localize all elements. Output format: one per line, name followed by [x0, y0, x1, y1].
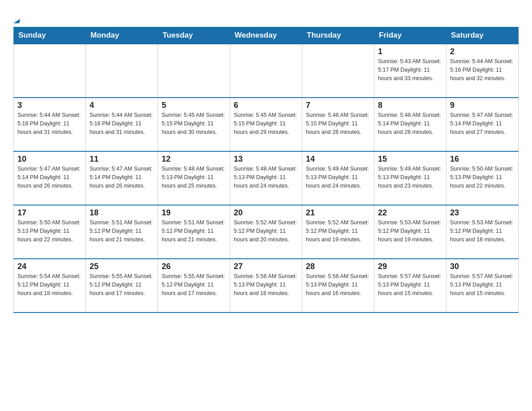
calendar-cell: 25Sunrise: 5:55 AM Sunset: 5:12 PM Dayli…	[86, 259, 158, 313]
day-info: Sunrise: 5:44 AM Sunset: 5:16 PM Dayligh…	[90, 111, 154, 136]
day-number: 19	[162, 208, 226, 218]
calendar-table: SundayMondayTuesdayWednesdayThursdayFrid…	[13, 27, 519, 313]
day-info: Sunrise: 5:55 AM Sunset: 5:12 PM Dayligh…	[162, 272, 226, 297]
day-info: Sunrise: 5:47 AM Sunset: 5:14 PM Dayligh…	[90, 165, 154, 190]
day-number: 11	[90, 154, 154, 164]
calendar-week-row: 10Sunrise: 5:47 AM Sunset: 5:14 PM Dayli…	[14, 151, 519, 205]
calendar-cell: 27Sunrise: 5:56 AM Sunset: 5:13 PM Dayli…	[230, 259, 302, 313]
day-number: 20	[234, 208, 298, 218]
day-number: 10	[17, 154, 82, 164]
calendar-cell: 18Sunrise: 5:51 AM Sunset: 5:12 PM Dayli…	[86, 205, 158, 259]
calendar-cell: 17Sunrise: 5:50 AM Sunset: 5:13 PM Dayli…	[14, 205, 86, 259]
calendar-cell: 11Sunrise: 5:47 AM Sunset: 5:14 PM Dayli…	[86, 151, 158, 205]
day-info: Sunrise: 5:56 AM Sunset: 5:13 PM Dayligh…	[306, 272, 370, 297]
day-info: Sunrise: 5:57 AM Sunset: 5:13 PM Dayligh…	[450, 272, 515, 297]
calendar-cell: 10Sunrise: 5:47 AM Sunset: 5:14 PM Dayli…	[14, 151, 86, 205]
day-number: 1	[378, 47, 442, 56]
day-number: 6	[234, 101, 298, 110]
day-info: Sunrise: 5:53 AM Sunset: 5:12 PM Dayligh…	[450, 218, 515, 244]
day-info: Sunrise: 5:49 AM Sunset: 5:13 PM Dayligh…	[306, 165, 370, 190]
day-number: 21	[306, 208, 370, 218]
calendar-cell: 2Sunrise: 5:44 AM Sunset: 5:16 PM Daylig…	[446, 44, 519, 98]
day-info: Sunrise: 5:45 AM Sunset: 5:15 PM Dayligh…	[234, 111, 298, 136]
day-info: Sunrise: 5:44 AM Sunset: 5:16 PM Dayligh…	[450, 57, 515, 82]
day-number: 24	[17, 262, 82, 271]
day-number: 16	[450, 154, 515, 164]
day-number: 13	[234, 154, 298, 164]
calendar-cell	[230, 44, 302, 98]
weekday-header-sunday: Sunday	[14, 27, 86, 44]
logo-arrow-icon	[13, 14, 21, 23]
calendar-week-row: 24Sunrise: 5:54 AM Sunset: 5:12 PM Dayli…	[14, 259, 519, 313]
calendar-week-row: 1Sunrise: 5:43 AM Sunset: 5:17 PM Daylig…	[14, 44, 519, 98]
calendar-cell: 16Sunrise: 5:50 AM Sunset: 5:13 PM Dayli…	[446, 151, 519, 205]
day-number: 30	[450, 262, 515, 271]
day-number: 8	[378, 101, 442, 110]
day-info: Sunrise: 5:52 AM Sunset: 5:12 PM Dayligh…	[306, 218, 370, 244]
day-info: Sunrise: 5:56 AM Sunset: 5:13 PM Dayligh…	[234, 272, 298, 297]
weekday-header-monday: Monday	[86, 27, 158, 44]
day-number: 26	[162, 262, 226, 271]
weekday-header-tuesday: Tuesday	[158, 27, 230, 44]
calendar-cell	[302, 44, 374, 98]
calendar-cell: 28Sunrise: 5:56 AM Sunset: 5:13 PM Dayli…	[302, 259, 374, 313]
calendar-cell: 7Sunrise: 5:46 AM Sunset: 5:15 PM Daylig…	[302, 98, 374, 151]
weekday-header-row: SundayMondayTuesdayWednesdayThursdayFrid…	[14, 27, 519, 44]
day-info: Sunrise: 5:49 AM Sunset: 5:13 PM Dayligh…	[378, 165, 442, 190]
calendar-cell: 15Sunrise: 5:49 AM Sunset: 5:13 PM Dayli…	[374, 151, 446, 205]
day-info: Sunrise: 5:50 AM Sunset: 5:13 PM Dayligh…	[450, 165, 515, 190]
page-header	[13, 9, 519, 22]
day-info: Sunrise: 5:57 AM Sunset: 5:13 PM Dayligh…	[378, 272, 442, 297]
day-info: Sunrise: 5:45 AM Sunset: 5:15 PM Dayligh…	[162, 111, 226, 136]
calendar-cell: 3Sunrise: 5:44 AM Sunset: 5:16 PM Daylig…	[14, 98, 86, 151]
day-number: 7	[306, 101, 370, 110]
calendar-cell: 1Sunrise: 5:43 AM Sunset: 5:17 PM Daylig…	[374, 44, 446, 98]
day-info: Sunrise: 5:54 AM Sunset: 5:12 PM Dayligh…	[17, 272, 82, 297]
calendar-cell: 24Sunrise: 5:54 AM Sunset: 5:12 PM Dayli…	[14, 259, 86, 313]
day-info: Sunrise: 5:51 AM Sunset: 5:12 PM Dayligh…	[90, 218, 154, 244]
day-number: 5	[162, 101, 226, 110]
weekday-header-saturday: Saturday	[446, 27, 519, 44]
day-number: 17	[17, 208, 82, 218]
calendar-cell: 12Sunrise: 5:48 AM Sunset: 5:13 PM Dayli…	[158, 151, 230, 205]
weekday-header-wednesday: Wednesday	[230, 27, 302, 44]
day-number: 27	[234, 262, 298, 271]
day-number: 12	[162, 154, 226, 164]
logo	[13, 9, 20, 22]
weekday-header-thursday: Thursday	[302, 27, 374, 44]
calendar-cell	[86, 44, 158, 98]
calendar-cell: 29Sunrise: 5:57 AM Sunset: 5:13 PM Dayli…	[374, 259, 446, 313]
calendar-cell: 30Sunrise: 5:57 AM Sunset: 5:13 PM Dayli…	[446, 259, 519, 313]
calendar-cell: 14Sunrise: 5:49 AM Sunset: 5:13 PM Dayli…	[302, 151, 374, 205]
day-info: Sunrise: 5:47 AM Sunset: 5:14 PM Dayligh…	[17, 165, 82, 190]
day-info: Sunrise: 5:52 AM Sunset: 5:12 PM Dayligh…	[234, 218, 298, 244]
day-number: 2	[450, 47, 515, 56]
calendar-cell: 9Sunrise: 5:47 AM Sunset: 5:14 PM Daylig…	[446, 98, 519, 151]
day-info: Sunrise: 5:47 AM Sunset: 5:14 PM Dayligh…	[450, 111, 515, 136]
day-number: 18	[90, 208, 154, 218]
day-number: 29	[378, 262, 442, 271]
calendar-cell: 8Sunrise: 5:46 AM Sunset: 5:14 PM Daylig…	[374, 98, 446, 151]
day-info: Sunrise: 5:44 AM Sunset: 5:16 PM Dayligh…	[17, 111, 82, 136]
calendar-cell	[158, 44, 230, 98]
day-info: Sunrise: 5:51 AM Sunset: 5:12 PM Dayligh…	[162, 218, 226, 244]
calendar-cell	[14, 44, 86, 98]
day-info: Sunrise: 5:43 AM Sunset: 5:17 PM Dayligh…	[378, 57, 442, 82]
day-info: Sunrise: 5:48 AM Sunset: 5:13 PM Dayligh…	[162, 165, 226, 190]
calendar-cell: 22Sunrise: 5:53 AM Sunset: 5:12 PM Dayli…	[374, 205, 446, 259]
day-number: 22	[378, 208, 442, 218]
calendar-cell: 21Sunrise: 5:52 AM Sunset: 5:12 PM Dayli…	[302, 205, 374, 259]
calendar-cell: 5Sunrise: 5:45 AM Sunset: 5:15 PM Daylig…	[158, 98, 230, 151]
day-info: Sunrise: 5:46 AM Sunset: 5:15 PM Dayligh…	[306, 111, 370, 136]
day-number: 4	[90, 101, 154, 110]
day-number: 25	[90, 262, 154, 271]
weekday-header-friday: Friday	[374, 27, 446, 44]
day-number: 28	[306, 262, 370, 271]
day-info: Sunrise: 5:55 AM Sunset: 5:12 PM Dayligh…	[90, 272, 154, 297]
calendar-cell: 6Sunrise: 5:45 AM Sunset: 5:15 PM Daylig…	[230, 98, 302, 151]
calendar-cell: 4Sunrise: 5:44 AM Sunset: 5:16 PM Daylig…	[86, 98, 158, 151]
day-info: Sunrise: 5:50 AM Sunset: 5:13 PM Dayligh…	[17, 218, 82, 244]
day-number: 23	[450, 208, 515, 218]
day-number: 9	[450, 101, 515, 110]
calendar-cell: 20Sunrise: 5:52 AM Sunset: 5:12 PM Dayli…	[230, 205, 302, 259]
